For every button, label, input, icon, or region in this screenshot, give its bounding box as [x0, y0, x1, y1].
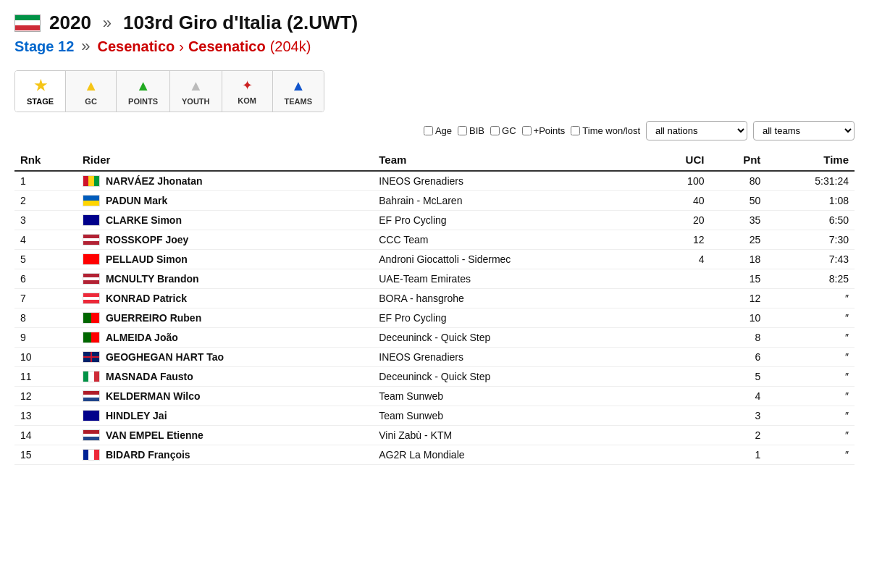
col-pnt: Pnt	[710, 149, 766, 171]
tab-stage[interactable]: ★ STAGE	[15, 71, 66, 112]
cell-rider: CLARKE Simon	[77, 211, 373, 230]
rider-name[interactable]: PADUN Mark	[106, 195, 167, 206]
cell-team: CCC Team	[373, 230, 651, 250]
cell-pnt: 25	[710, 230, 766, 250]
rider-name[interactable]: VAN EMPEL Etienne	[106, 429, 203, 441]
cell-uci	[651, 387, 710, 406]
time-checkbox[interactable]	[571, 126, 580, 135]
star-icon: ★	[34, 77, 47, 94]
age-checkbox[interactable]	[424, 126, 433, 135]
flag-nl	[83, 429, 100, 441]
cell-rnk: 2	[14, 191, 77, 211]
cell-rider: GEOGHEGAN HART Tao	[77, 348, 373, 367]
cell-rnk: 4	[14, 230, 77, 250]
flag-us	[83, 273, 100, 285]
table-row: 5 PELLAUD Simon Androni Giocattoli - Sid…	[14, 250, 855, 269]
cell-uci: 100	[651, 171, 710, 191]
rider-name[interactable]: GUERREIRO Ruben	[106, 312, 201, 324]
points-filter[interactable]: +Points	[522, 125, 566, 136]
cell-pnt: 18	[710, 250, 766, 269]
table-row: 7 KONRAD Patrick BORA - hansgrohe 12 ″	[14, 289, 855, 308]
table-row: 15 BIDARD François AG2R La Mondiale 1 ″	[14, 445, 855, 465]
flag-pt	[83, 332, 100, 343]
flag-it	[83, 371, 100, 382]
cell-pnt: 15	[710, 269, 766, 289]
cell-rnk: 8	[14, 308, 77, 328]
cell-rnk: 3	[14, 211, 77, 230]
cell-pnt: 50	[710, 191, 766, 211]
cell-rnk: 13	[14, 406, 77, 426]
cell-pnt: 80	[710, 171, 766, 191]
cell-time: ″	[766, 348, 855, 367]
cell-rider: PADUN Mark	[77, 191, 373, 211]
table-row: 1 NARVÁEZ Jhonatan INEOS Grenadiers 100 …	[14, 171, 855, 191]
page-header: 2020 » 103rd Giro d'Italia (2.UWT)	[14, 12, 855, 34]
gc-checkbox[interactable]	[490, 126, 500, 135]
rider-name[interactable]: CLARKE Simon	[106, 214, 182, 226]
rider-name[interactable]: MASNADA Fausto	[106, 371, 193, 382]
cell-pnt: 3	[710, 406, 766, 426]
cell-rnk: 10	[14, 348, 77, 367]
cell-rider: ALMEIDA João	[77, 328, 373, 348]
cell-uci	[651, 445, 710, 465]
cell-rider: ROSSKOPF Joey	[77, 230, 373, 250]
results-table: Rnk Rider Team UCI Pnt Time 1 NARVÁEZ Jh…	[14, 149, 855, 465]
rider-name[interactable]: NARVÁEZ Jhonatan	[106, 175, 203, 187]
table-row: 6 MCNULTY Brandon UAE-Team Emirates 15 8…	[14, 269, 855, 289]
bib-checkbox[interactable]	[458, 126, 467, 135]
rider-name[interactable]: MCNULTY Brandon	[106, 273, 199, 285]
rider-name[interactable]: KONRAD Patrick	[106, 293, 187, 304]
cell-time: 7:30	[766, 230, 855, 250]
points-filter-label: +Points	[534, 125, 566, 136]
points-jersey-icon: ▲	[136, 77, 151, 94]
cell-pnt: 4	[710, 387, 766, 406]
tab-teams[interactable]: ▲ TEAMS	[273, 71, 324, 112]
time-filter[interactable]: Time won/lost	[571, 125, 640, 136]
flag-au	[83, 214, 100, 226]
cell-team: Team Sunweb	[373, 387, 651, 406]
cell-uci: 12	[651, 230, 710, 250]
cell-pnt: 2	[710, 426, 766, 445]
tab-kom[interactable]: ✦ KOM	[222, 71, 273, 112]
table-row: 3 CLARKE Simon EF Pro Cycling 20 35 6:50	[14, 211, 855, 230]
youth-jersey-icon: ▲	[188, 77, 203, 94]
table-row: 11 MASNADA Fausto Deceuninck - Quick Ste…	[14, 367, 855, 387]
gc-filter[interactable]: GC	[490, 125, 516, 136]
points-checkbox[interactable]	[522, 126, 532, 135]
tab-points[interactable]: ▲ POINTS	[117, 71, 170, 112]
table-row: 12 KELDERMAN Wilco Team Sunweb 4 ″	[14, 387, 855, 406]
cell-pnt: 35	[710, 211, 766, 230]
arrow-icon: ›	[179, 38, 184, 55]
teams-jersey-icon: ▲	[291, 77, 306, 94]
bib-filter[interactable]: BIB	[458, 125, 484, 136]
tab-gc[interactable]: ▲ GC	[66, 71, 117, 112]
rider-name[interactable]: PELLAUD Simon	[106, 253, 188, 265]
cell-rider: MASNADA Fausto	[77, 367, 373, 387]
flag-ch	[83, 253, 100, 265]
table-row: 4 ROSSKOPF Joey CCC Team 12 25 7:30	[14, 230, 855, 250]
tab-youth[interactable]: ▲ YOUTH	[170, 71, 222, 112]
rider-name[interactable]: HINDLEY Jai	[106, 410, 167, 421]
nations-select[interactable]: all nations	[646, 121, 747, 140]
cell-rnk: 7	[14, 289, 77, 308]
cell-team: BORA - hansgrohe	[373, 289, 651, 308]
cell-team: AG2R La Mondiale	[373, 445, 651, 465]
from-city: Cesenatico	[98, 38, 175, 55]
filters-row: Age BIB GC +Points Time won/lost all nat…	[14, 121, 855, 140]
rider-name[interactable]: ALMEIDA João	[106, 332, 178, 343]
gc-jersey-icon: ▲	[84, 77, 98, 94]
rider-name[interactable]: KELDERMAN Wilco	[106, 390, 201, 402]
rider-name[interactable]: ROSSKOPF Joey	[106, 234, 188, 245]
rider-name[interactable]: BIDARD François	[106, 449, 190, 461]
table-row: 9 ALMEIDA João Deceuninck - Quick Step 8…	[14, 328, 855, 348]
rider-name[interactable]: GEOGHEGAN HART Tao	[106, 351, 224, 363]
cell-rnk: 15	[14, 445, 77, 465]
tab-youth-label: YOUTH	[182, 97, 210, 106]
age-filter[interactable]: Age	[424, 125, 452, 136]
cell-rider: KONRAD Patrick	[77, 289, 373, 308]
teams-select[interactable]: all teams	[753, 121, 855, 140]
cell-time: ″	[766, 367, 855, 387]
bib-filter-label: BIB	[469, 125, 484, 136]
cell-team: Bahrain - McLaren	[373, 191, 651, 211]
cell-rider: KELDERMAN Wilco	[77, 387, 373, 406]
